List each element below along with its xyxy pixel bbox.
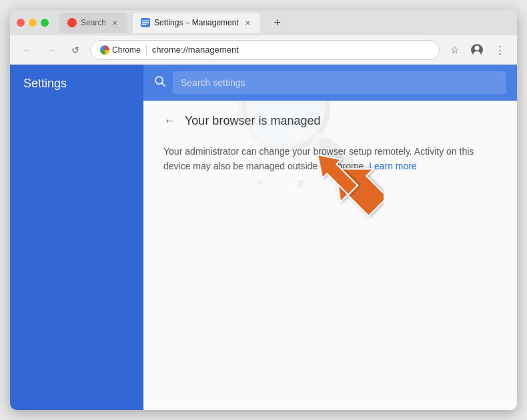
menu-button[interactable]: ⋮ — [490, 41, 509, 59]
main-content: 🔍 risk.com ← Your browser is managed You… — [143, 65, 517, 410]
profile-icon — [470, 43, 484, 57]
search-settings-input[interactable] — [173, 71, 506, 94]
tab-search-icon — [67, 18, 77, 27]
profile-button[interactable] — [468, 41, 486, 59]
refresh-button[interactable]: ↺ — [66, 41, 85, 59]
traffic-lights — [17, 19, 49, 27]
tab-search-label: Search — [81, 18, 106, 27]
address-input-wrap[interactable]: Chrome chrome://management — [90, 40, 440, 60]
svg-rect-2 — [142, 22, 149, 23]
title-bar: Search ✕ Settings – Management ✕ + — [10, 10, 517, 35]
tab-search-close[interactable]: ✕ — [110, 18, 119, 27]
tab-search[interactable]: Search ✕ — [59, 13, 127, 33]
new-tab-button[interactable]: + — [268, 13, 287, 32]
chrome-badge: Chrome — [100, 45, 141, 55]
sidebar: Settings — [10, 65, 143, 410]
maximize-button[interactable] — [41, 19, 49, 27]
tab-settings-icon — [141, 18, 150, 27]
svg-point-5 — [475, 45, 480, 50]
svg-rect-1 — [142, 21, 149, 21]
back-arrow-button[interactable]: ← — [163, 114, 175, 128]
browser-window: Search ✕ Settings – Management ✕ + ← → ↺… — [10, 10, 517, 410]
url-display: chrome://management — [152, 45, 239, 55]
page-header: ← Your browser is managed — [163, 114, 497, 128]
page-description-text: Your administrator can change your brows… — [163, 146, 474, 171]
back-button[interactable]: ← — [18, 41, 37, 59]
chrome-label: Chrome — [112, 45, 141, 55]
chrome-icon — [100, 45, 109, 55]
content-area: Settings 🔍 risk.com — [10, 65, 517, 410]
forward-button[interactable]: → — [42, 41, 61, 59]
svg-line-8 — [162, 83, 165, 87]
minimize-button[interactable] — [29, 19, 37, 27]
tab-settings[interactable]: Settings – Management ✕ — [133, 13, 260, 33]
bookmark-button[interactable]: ☆ — [445, 41, 464, 59]
page-description: Your administrator can change your brows… — [163, 144, 497, 174]
page-body: 🔍 risk.com ← Your browser is managed You… — [143, 101, 517, 187]
search-icon — [154, 75, 166, 90]
learn-more-link[interactable]: Learn more — [369, 161, 417, 171]
address-separator — [146, 45, 147, 55]
svg-rect-3 — [142, 24, 147, 25]
page-title: Your browser is managed — [185, 114, 320, 128]
sidebar-title: Settings — [10, 65, 143, 103]
svg-point-6 — [474, 51, 481, 57]
address-bar: ← → ↺ Chrome chrome://management ☆ ⋮ — [10, 35, 517, 65]
address-actions: ☆ ⋮ — [445, 41, 509, 59]
settings-search-bar — [143, 65, 517, 101]
tab-settings-label: Settings – Management — [154, 18, 239, 27]
tab-settings-close[interactable]: ✕ — [243, 18, 252, 27]
close-button[interactable] — [17, 19, 25, 27]
